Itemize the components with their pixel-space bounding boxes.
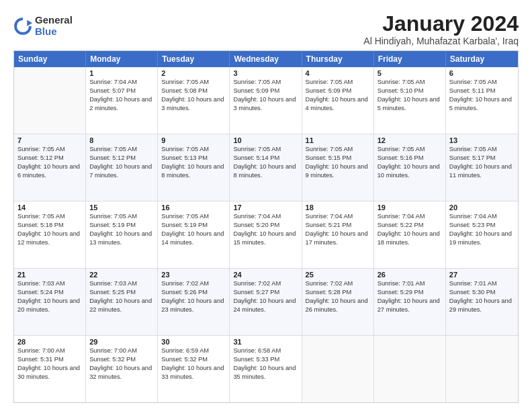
day-number: 22 <box>89 271 154 279</box>
calendar-cell: 24 Sunrise: 7:02 AM Sunset: 5:27 PM Dayl… <box>230 269 302 335</box>
sunrise-line: Sunrise: 7:05 AM <box>161 145 226 154</box>
sunrise-line: Sunrise: 6:58 AM <box>233 347 298 355</box>
daylight-line: Daylight: 10 hours and 3 minutes. <box>161 95 226 113</box>
calendar-cell: 18 Sunrise: 7:04 AM Sunset: 5:21 PM Dayl… <box>302 201 374 268</box>
header-saturday: Saturday <box>446 51 518 67</box>
daylight-line: Daylight: 10 hours and 35 minutes. <box>233 364 298 381</box>
header-sunday: Sunday <box>14 51 86 67</box>
sunset-line: Sunset: 5:30 PM <box>449 288 515 297</box>
daylight-line: Daylight: 10 hours and 29 minutes. <box>449 297 515 314</box>
sunrise-line: Sunrise: 7:04 AM <box>233 212 298 221</box>
sunrise-line: Sunrise: 7:01 AM <box>378 279 442 288</box>
sunrise-line: Sunrise: 7:04 AM <box>306 212 370 221</box>
day-number: 12 <box>378 136 442 144</box>
sunrise-line: Sunrise: 7:05 AM <box>161 212 226 221</box>
calendar-cell: 19 Sunrise: 7:04 AM Sunset: 5:22 PM Dayl… <box>374 201 446 268</box>
daylight-line: Daylight: 10 hours and 32 minutes. <box>89 364 154 381</box>
calendar-cell: 2 Sunrise: 7:05 AM Sunset: 5:08 PM Dayli… <box>158 67 230 134</box>
location: Al Hindiyah, Muhafazat Karbala', Iraq <box>363 36 519 46</box>
calendar-cell: 5 Sunrise: 7:05 AM Sunset: 5:10 PM Dayli… <box>374 67 446 134</box>
calendar-cell: 21 Sunrise: 7:03 AM Sunset: 5:24 PM Dayl… <box>14 269 86 335</box>
sunset-line: Sunset: 5:12 PM <box>89 154 154 163</box>
daylight-line: Daylight: 10 hours and 3 minutes. <box>233 95 298 113</box>
sunrise-line: Sunrise: 7:01 AM <box>449 279 515 288</box>
sunset-line: Sunset: 5:29 PM <box>378 288 442 297</box>
week-row-3: 14 Sunrise: 7:05 AM Sunset: 5:18 PM Dayl… <box>14 201 518 269</box>
header-wednesday: Wednesday <box>230 51 302 67</box>
sunrise-line: Sunrise: 7:05 AM <box>306 78 370 87</box>
sunrise-line: Sunrise: 7:04 AM <box>89 78 154 87</box>
daylight-line: Daylight: 10 hours and 19 minutes. <box>449 230 515 247</box>
calendar-cell: 7 Sunrise: 7:05 AM Sunset: 5:12 PM Dayli… <box>14 134 86 201</box>
day-number: 26 <box>378 271 442 279</box>
sunrise-line: Sunrise: 7:05 AM <box>17 212 82 221</box>
day-number: 17 <box>233 203 298 212</box>
sunrise-line: Sunrise: 7:05 AM <box>306 145 370 154</box>
daylight-line: Daylight: 10 hours and 17 minutes. <box>306 230 370 247</box>
sunset-line: Sunset: 5:12 PM <box>17 154 82 163</box>
calendar-cell <box>14 67 86 134</box>
calendar-cell: 27 Sunrise: 7:01 AM Sunset: 5:30 PM Dayl… <box>446 269 518 335</box>
month-title: January 2024 <box>363 12 519 36</box>
daylight-line: Daylight: 10 hours and 23 minutes. <box>161 297 226 314</box>
daylight-line: Daylight: 10 hours and 18 minutes. <box>378 230 442 247</box>
sunrise-line: Sunrise: 7:05 AM <box>233 78 298 87</box>
daylight-line: Daylight: 10 hours and 8 minutes. <box>161 163 226 180</box>
daylight-line: Daylight: 10 hours and 10 minutes. <box>378 163 442 180</box>
daylight-line: Daylight: 10 hours and 5 minutes. <box>449 95 515 113</box>
logo-general: General <box>35 15 73 26</box>
calendar-cell: 15 Sunrise: 7:05 AM Sunset: 5:19 PM Dayl… <box>86 201 158 268</box>
week-row-5: 28 Sunrise: 7:00 AM Sunset: 5:31 PM Dayl… <box>14 336 518 402</box>
calendar-cell: 9 Sunrise: 7:05 AM Sunset: 5:13 PM Dayli… <box>158 134 230 201</box>
sunset-line: Sunset: 5:25 PM <box>89 288 154 297</box>
calendar-header: Sunday Monday Tuesday Wednesday Thursday… <box>14 51 518 67</box>
sunrise-line: Sunrise: 7:00 AM <box>17 347 82 355</box>
sunset-line: Sunset: 5:21 PM <box>306 221 370 230</box>
header-thursday: Thursday <box>302 51 374 67</box>
day-number: 27 <box>449 271 515 279</box>
page: General Blue January 2024 Al Hindiyah, M… <box>0 0 532 411</box>
sunrise-line: Sunrise: 7:00 AM <box>89 347 154 355</box>
calendar-cell: 22 Sunrise: 7:03 AM Sunset: 5:25 PM Dayl… <box>86 269 158 335</box>
daylight-line: Daylight: 10 hours and 2 minutes. <box>89 95 154 113</box>
sunset-line: Sunset: 5:10 PM <box>378 87 442 95</box>
calendar-cell <box>302 336 374 402</box>
sunrise-line: Sunrise: 7:04 AM <box>378 212 442 221</box>
calendar-cell: 14 Sunrise: 7:05 AM Sunset: 5:18 PM Dayl… <box>14 201 86 268</box>
sunrise-line: Sunrise: 7:02 AM <box>306 279 370 288</box>
sunset-line: Sunset: 5:14 PM <box>233 154 298 163</box>
day-number: 28 <box>17 338 82 346</box>
sunrise-line: Sunrise: 7:03 AM <box>17 279 82 288</box>
sunset-line: Sunset: 5:19 PM <box>161 221 226 230</box>
day-number: 18 <box>306 203 370 212</box>
day-number: 8 <box>89 136 154 144</box>
day-number: 25 <box>306 271 370 279</box>
sunrise-line: Sunrise: 7:05 AM <box>449 145 515 154</box>
sunset-line: Sunset: 5:31 PM <box>17 355 82 364</box>
calendar-cell <box>374 336 446 402</box>
day-number: 6 <box>449 69 515 77</box>
day-number: 1 <box>89 69 154 77</box>
calendar-cell: 8 Sunrise: 7:05 AM Sunset: 5:12 PM Dayli… <box>86 134 158 201</box>
day-number: 3 <box>233 69 298 77</box>
calendar-cell: 16 Sunrise: 7:05 AM Sunset: 5:19 PM Dayl… <box>158 201 230 268</box>
calendar-cell: 20 Sunrise: 7:04 AM Sunset: 5:23 PM Dayl… <box>446 201 518 268</box>
week-row-1: 1 Sunrise: 7:04 AM Sunset: 5:07 PM Dayli… <box>14 67 518 134</box>
daylight-line: Daylight: 10 hours and 24 minutes. <box>233 297 298 314</box>
daylight-line: Daylight: 10 hours and 12 minutes. <box>17 230 82 247</box>
calendar-cell: 25 Sunrise: 7:02 AM Sunset: 5:28 PM Dayl… <box>302 269 374 335</box>
sunset-line: Sunset: 5:09 PM <box>306 87 370 95</box>
daylight-line: Daylight: 10 hours and 9 minutes. <box>306 163 370 180</box>
day-number: 5 <box>378 69 442 77</box>
week-row-4: 21 Sunrise: 7:03 AM Sunset: 5:24 PM Dayl… <box>14 269 518 336</box>
day-number: 9 <box>161 136 226 144</box>
sunset-line: Sunset: 5:32 PM <box>89 355 154 364</box>
sunset-line: Sunset: 5:13 PM <box>161 154 226 163</box>
calendar-cell: 30 Sunrise: 6:59 AM Sunset: 5:32 PM Dayl… <box>158 336 230 402</box>
header-monday: Monday <box>86 51 158 67</box>
sunset-line: Sunset: 5:16 PM <box>378 154 442 163</box>
header: General Blue January 2024 Al Hindiyah, M… <box>13 12 519 46</box>
header-tuesday: Tuesday <box>158 51 230 67</box>
sunset-line: Sunset: 5:17 PM <box>449 154 515 163</box>
sunset-line: Sunset: 5:32 PM <box>161 355 226 364</box>
